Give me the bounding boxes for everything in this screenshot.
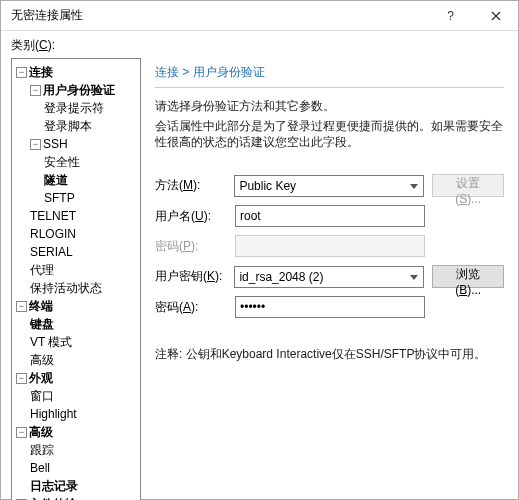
row-username: 用户名(U): — [155, 205, 504, 227]
collapse-icon[interactable]: − — [30, 85, 41, 96]
label-passphrase: 密码(A): — [155, 299, 227, 316]
collapse-icon[interactable]: − — [16, 67, 27, 78]
password-input — [235, 235, 425, 257]
tree-item-loginscript[interactable]: 登录脚本 — [14, 117, 138, 135]
label-userkey: 用户密钥(K): — [155, 268, 226, 285]
help-button[interactable]: ? — [428, 1, 473, 31]
tree-item-keepalive[interactable]: 保持活动状态 — [14, 279, 138, 297]
tree-item-rlogin[interactable]: RLOGIN — [14, 225, 138, 243]
tree-item-terminal[interactable]: −终端 — [14, 297, 138, 315]
userkey-select-wrap: id_rsa_2048 (2) — [234, 266, 424, 288]
titlebar: 无密连接属性 ? — [1, 1, 518, 31]
close-icon — [491, 11, 501, 21]
tree-item-connection[interactable]: −连接 — [14, 63, 138, 81]
collapse-icon[interactable]: − — [16, 427, 27, 438]
tree-item-advanced[interactable]: −高级 — [14, 423, 138, 441]
collapse-icon[interactable]: − — [16, 301, 27, 312]
browse-button[interactable]: 浏览(B)... — [432, 265, 504, 288]
tree-item-loginprompt[interactable]: 登录提示符 — [14, 99, 138, 117]
tree-item-telnet[interactable]: TELNET — [14, 207, 138, 225]
tree-item-highlight[interactable]: Highlight — [14, 405, 138, 423]
tree-item-auth[interactable]: −用户身份验证 — [14, 81, 138, 99]
breadcrumb: 连接 > 用户身份验证 — [155, 60, 504, 88]
tree-item-sftp[interactable]: SFTP — [14, 189, 138, 207]
label-method: 方法(M): — [155, 177, 226, 194]
userkey-select[interactable]: id_rsa_2048 (2) — [234, 266, 424, 288]
row-passphrase: 密码(A): — [155, 296, 504, 318]
main-area: −连接 −用户身份验证 登录提示符 登录脚本 −SSH 安全性 隧道 SFTP … — [11, 58, 508, 500]
collapse-icon[interactable]: − — [30, 139, 41, 150]
settings-button[interactable]: 设置(S)... — [432, 174, 504, 197]
label-username: 用户名(U): — [155, 208, 227, 225]
dialog-body: 类别(C): −连接 −用户身份验证 登录提示符 登录脚本 −SSH 安全性 隧… — [1, 31, 518, 500]
tree-item-bell[interactable]: Bell — [14, 459, 138, 477]
tree-item-tunnel[interactable]: 隧道 — [14, 171, 138, 189]
label-password: 密码(P): — [155, 238, 227, 255]
tree-item-security[interactable]: 安全性 — [14, 153, 138, 171]
tree-item-vt[interactable]: VT 模式 — [14, 333, 138, 351]
row-method: 方法(M): Public Key 设置(S)... — [155, 174, 504, 197]
right-panel: 连接 > 用户身份验证 请选择身份验证方法和其它参数。 会话属性中此部分是为了登… — [151, 58, 508, 500]
description-text: 请选择身份验证方法和其它参数。 — [155, 98, 504, 114]
tree-item-appearance[interactable]: −外观 — [14, 369, 138, 387]
tree-item-serial[interactable]: SERIAL — [14, 243, 138, 261]
row-userkey: 用户密钥(K): id_rsa_2048 (2) 浏览(B)... — [155, 265, 504, 288]
tree-item-keyboard[interactable]: 键盘 — [14, 315, 138, 333]
category-tree[interactable]: −连接 −用户身份验证 登录提示符 登录脚本 −SSH 安全性 隧道 SFTP … — [11, 58, 141, 500]
tree-item-proxy[interactable]: 代理 — [14, 261, 138, 279]
hint-text: 会话属性中此部分是为了登录过程更便捷而提供的。如果需要安全性很高的状态的话建议您… — [155, 118, 504, 150]
footnote: 注释: 公钥和Keyboard Interactive仅在SSH/SFTP协议中… — [155, 346, 504, 363]
tree-item-window[interactable]: 窗口 — [14, 387, 138, 405]
dialog-window: 无密连接属性 ? 类别(C): −连接 −用户身份验证 登录提示符 登录脚本 −… — [0, 0, 519, 500]
window-title: 无密连接属性 — [11, 7, 428, 24]
tree-item-advanced-terminal[interactable]: 高级 — [14, 351, 138, 369]
collapse-icon[interactable]: − — [16, 373, 27, 384]
tree-item-ssh[interactable]: −SSH — [14, 135, 138, 153]
method-select-wrap: Public Key — [234, 175, 424, 197]
method-select[interactable]: Public Key — [234, 175, 424, 197]
row-password: 密码(P): — [155, 235, 504, 257]
category-label: 类别(C): — [11, 37, 508, 54]
tree-item-trace[interactable]: 跟踪 — [14, 441, 138, 459]
passphrase-input[interactable] — [235, 296, 425, 318]
tree-item-logging[interactable]: 日志记录 — [14, 477, 138, 495]
tree-item-filetx[interactable]: −文件传输 — [14, 495, 138, 500]
username-input[interactable] — [235, 205, 425, 227]
close-button[interactable] — [473, 1, 518, 31]
